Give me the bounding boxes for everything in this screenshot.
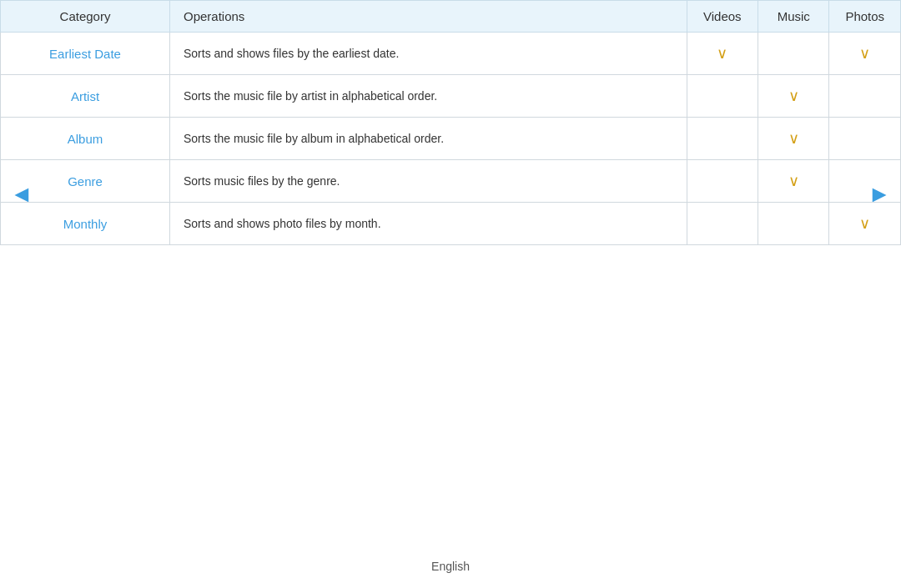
music-cell-1: ∨: [758, 75, 829, 118]
photos-cell-2: [829, 118, 901, 160]
header-category: Category: [1, 1, 170, 33]
table-row: ArtistSorts the music file by artist in …: [1, 75, 901, 118]
table-row: MonthlySorts and shows photo files by mo…: [1, 203, 901, 245]
table-container: Category Operations Videos Music Photos …: [0, 0, 901, 245]
table-row: GenreSorts music files by the genre.∨: [1, 160, 901, 203]
check-photos-4: ∨: [859, 214, 870, 233]
check-music-2: ∨: [788, 129, 799, 148]
table-row: Earliest DateSorts and shows files by th…: [1, 33, 901, 75]
header-videos: Videos: [687, 1, 758, 33]
videos-cell-4: [687, 203, 758, 245]
check-music-3: ∨: [788, 172, 799, 190]
photos-cell-4: ∨: [829, 203, 901, 245]
music-cell-4: [758, 203, 829, 245]
header-photos: Photos: [829, 1, 901, 33]
table-header-row: Category Operations Videos Music Photos: [1, 1, 901, 33]
category-cell-2[interactable]: Album: [1, 118, 170, 160]
videos-cell-0: ∨: [687, 33, 758, 75]
music-cell-3: ∨: [758, 160, 829, 203]
photos-cell-1: [829, 75, 901, 118]
photos-cell-0: ∨: [829, 33, 901, 75]
header-music: Music: [758, 1, 829, 33]
operations-cell-1: Sorts the music file by artist in alphab…: [169, 75, 687, 118]
check-music-1: ∨: [788, 87, 799, 105]
footer-language: English: [431, 560, 470, 573]
main-table: Category Operations Videos Music Photos …: [0, 0, 901, 245]
videos-cell-3: [687, 160, 758, 203]
category-cell-1[interactable]: Artist: [1, 75, 170, 118]
category-cell-4[interactable]: Monthly: [1, 203, 170, 245]
check-photos-0: ∨: [859, 44, 870, 63]
header-operations: Operations: [169, 1, 687, 33]
videos-cell-1: [687, 75, 758, 118]
photos-cell-3: [829, 160, 901, 203]
operations-cell-0: Sorts and shows files by the earliest da…: [169, 33, 687, 75]
category-cell-3[interactable]: Genre: [1, 160, 170, 203]
check-videos-0: ∨: [717, 44, 727, 63]
music-cell-2: ∨: [758, 118, 829, 160]
page-wrapper: ◄ ► Category Operations Videos Music Pho…: [0, 0, 901, 588]
category-cell-0[interactable]: Earliest Date: [1, 33, 170, 75]
operations-cell-4: Sorts and shows photo files by month.: [169, 203, 687, 245]
videos-cell-2: [687, 118, 758, 160]
operations-cell-2: Sorts the music file by album in alphabe…: [169, 118, 687, 160]
operations-cell-3: Sorts music files by the genre.: [169, 160, 687, 203]
table-row: AlbumSorts the music file by album in al…: [1, 118, 901, 160]
music-cell-0: [758, 33, 829, 75]
